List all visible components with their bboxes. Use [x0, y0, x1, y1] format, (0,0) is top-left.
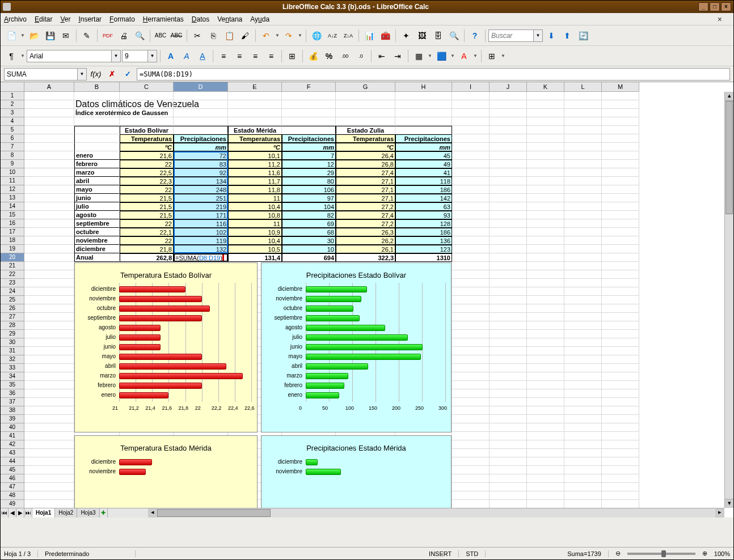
menu-ayuda[interactable]: Ayuda [250, 15, 269, 23]
preview-button[interactable]: 🔍 [132, 28, 147, 43]
edit-button[interactable]: ✎ [79, 28, 94, 43]
cancel-button[interactable]: ✗ [105, 68, 119, 80]
decrease-indent-button[interactable]: ⇤ [374, 49, 389, 63]
undo-dropdown[interactable]: ▼ [275, 28, 280, 43]
menu-formato[interactable]: Formato [109, 15, 135, 23]
bgcolor-dropdown[interactable]: ▼ [450, 49, 455, 63]
hscroll-thumb[interactable] [157, 509, 271, 517]
new-button[interactable]: 📄 [4, 28, 19, 43]
borders-dropdown[interactable]: ▼ [427, 49, 433, 63]
menu-editar[interactable]: Editar [35, 15, 52, 23]
undo-button[interactable]: ↶ [259, 28, 273, 43]
fontcolor-dropdown[interactable]: ▼ [473, 49, 478, 63]
find-prev-button[interactable]: ⬆ [560, 28, 575, 43]
save-button[interactable]: 💾 [43, 28, 57, 43]
bgcolor-button[interactable]: 🟦 [434, 49, 449, 63]
align-justify-button[interactable]: ≡ [264, 49, 279, 63]
font-name-dropdown[interactable]: ▼ [112, 50, 121, 62]
styles-button[interactable]: ¶ [4, 49, 19, 63]
percent-button[interactable]: % [322, 49, 336, 63]
font-size-input[interactable] [122, 50, 148, 62]
bold-button[interactable]: A [163, 49, 178, 63]
font-name-combo[interactable]: ▼ [27, 50, 121, 62]
status-std[interactable]: STD [466, 550, 486, 557]
row-headers[interactable]: 1234567891011121314151617181920212223242… [1, 92, 24, 508]
zoom-slider[interactable] [627, 553, 695, 555]
font-name-input[interactable] [27, 50, 112, 62]
borders-button[interactable]: ▦ [411, 49, 426, 63]
minimize-button[interactable]: _ [698, 2, 708, 11]
open-button[interactable]: 📂 [27, 28, 41, 43]
chart-button[interactable]: 📊 [362, 28, 377, 43]
chart-temp-merida[interactable]: Temperatura Estado Méridadiciembrenoviem… [74, 435, 258, 509]
hyperlink-button[interactable]: 🌐 [309, 28, 324, 43]
fontcolor-button[interactable]: A [457, 49, 471, 63]
align-right-button[interactable]: ≡ [248, 49, 263, 63]
decimal-add-button[interactable]: .00 [338, 49, 352, 63]
merge-cells-button[interactable]: ⊞ [285, 49, 299, 63]
menu-herramientas[interactable]: Herramientas [143, 15, 184, 23]
status-insert[interactable]: INSERT [429, 550, 459, 557]
tab-first[interactable]: ⏮ [1, 508, 9, 517]
close-window-button[interactable]: × [721, 2, 731, 11]
redo-button[interactable]: ↷ [281, 28, 296, 43]
copy-button[interactable]: ⎘ [206, 28, 221, 43]
menu-datos[interactable]: Datos [192, 15, 209, 23]
menu-insertar[interactable]: Insertar [78, 15, 102, 23]
add-sheet-button[interactable]: ✚ [100, 508, 108, 517]
search-combo[interactable]: ▼ [488, 29, 543, 42]
italic-button[interactable]: A [179, 49, 194, 63]
print-button[interactable]: 🖨 [116, 28, 131, 43]
redo-dropdown[interactable]: ▼ [297, 28, 303, 43]
font-size-combo[interactable]: ▼ [122, 50, 157, 62]
spellcheck-button[interactable]: ABC [153, 28, 168, 43]
sheet-tab-2[interactable]: Hoja2 [55, 508, 77, 517]
zoom-out-button[interactable]: ⊖ [615, 550, 621, 557]
show-draw-button[interactable]: 🧰 [378, 28, 393, 43]
navigator-button[interactable]: ✦ [399, 28, 414, 43]
grid-dropdown[interactable]: ▼ [500, 49, 506, 63]
paste-button[interactable]: 📋 [222, 28, 237, 43]
increase-indent-button[interactable]: ⇥ [390, 49, 405, 63]
chart-temp-bolivar[interactable]: Temperatura Estado Bolívar2121,221,421,6… [74, 262, 258, 432]
align-center-button[interactable]: ≡ [232, 49, 247, 63]
underline-button[interactable]: A [195, 49, 210, 63]
email-button[interactable]: ✉ [58, 28, 73, 43]
status-style[interactable]: Predeterminado [45, 550, 136, 557]
font-size-dropdown[interactable]: ▼ [148, 50, 157, 62]
grid-button[interactable]: ⊞ [484, 49, 499, 63]
pdf-button[interactable]: PDF [100, 28, 115, 43]
accept-button[interactable]: ✓ [121, 68, 134, 80]
find-next-button[interactable]: ⬇ [544, 28, 559, 43]
chart-precip-bolivar[interactable]: Precipitaciones Estado Bolívar0501001502… [261, 262, 452, 432]
sheet-tab-1[interactable]: Hoja1 [32, 508, 55, 517]
zoom-level[interactable]: 100% [714, 550, 730, 557]
format-paintbrush-button[interactable]: 🖌 [238, 28, 252, 43]
align-left-button[interactable]: ≡ [216, 49, 231, 63]
sort-desc-button[interactable]: Z↓A [341, 28, 356, 43]
menu-ventana[interactable]: Ventana [217, 15, 242, 23]
document-close-button[interactable]: × [718, 15, 722, 24]
formula-input[interactable] [137, 68, 730, 80]
search-input[interactable] [488, 29, 534, 42]
zoom-button[interactable]: 🔍 [446, 28, 461, 43]
vscroll-thumb[interactable] [725, 101, 733, 214]
name-box[interactable] [4, 68, 78, 80]
find-replace-button[interactable]: 🔄 [576, 28, 590, 43]
new-dropdown[interactable]: ▼ [20, 28, 26, 43]
tab-prev[interactable]: ◀ [9, 508, 16, 517]
spreadsheet-grid[interactable]: ABCDEFGHIJKLM 12345678910111213141516171… [1, 82, 733, 517]
tab-next[interactable]: ▶ [16, 508, 24, 517]
select-all-corner[interactable] [1, 82, 24, 92]
vertical-scrollbar[interactable]: ▴ ▾ [724, 92, 733, 508]
styles-dropdown[interactable]: ▼ [20, 49, 26, 63]
sheet-tab-3[interactable]: Hoja3 [77, 508, 99, 517]
sort-asc-button[interactable]: A↓Z [325, 28, 340, 43]
zoom-in-button[interactable]: ⊕ [702, 550, 707, 557]
tab-last[interactable]: ⏭ [24, 508, 32, 517]
function-wizard-button[interactable]: f(x) [89, 68, 103, 80]
column-headers[interactable]: ABCDEFGHIJKLM [24, 82, 639, 92]
status-sum[interactable]: Suma=1739 [567, 550, 609, 557]
datasources-button[interactable]: 🗄 [431, 28, 445, 43]
cut-button[interactable]: ✂ [190, 28, 205, 43]
